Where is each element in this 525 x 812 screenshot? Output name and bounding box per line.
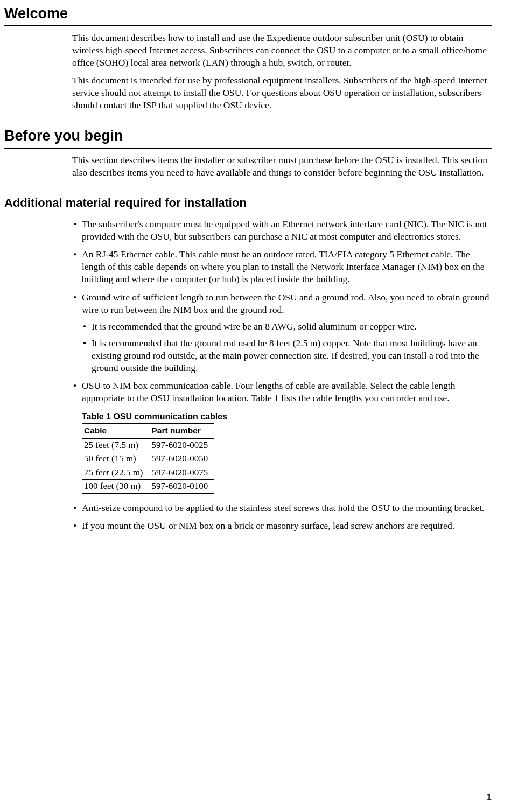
table-header-cable: Cable (82, 424, 150, 438)
table-cell: 100 feet (30 m) (82, 480, 150, 494)
list-item: OSU to NIM box communication cable. Four… (72, 380, 492, 404)
welcome-paragraph-2: This document is intended for use by pro… (72, 74, 492, 111)
table-title: Table 1 OSU communication cables (82, 411, 492, 422)
welcome-paragraph-1: This document describes how to install a… (72, 32, 492, 69)
list-item: It is recommended that the ground wire b… (82, 320, 492, 333)
materials-list-cont: Anti-seize compound to be applied to the… (72, 502, 492, 532)
table-header-part: Part number (150, 424, 215, 438)
list-item: Ground wire of sufficient length to run … (72, 291, 492, 375)
table-row: 25 feet (7.5 m) 597-6020-0025 (82, 438, 214, 452)
list-item-text: Ground wire of sufficient length to run … (82, 292, 489, 315)
table-row: 75 feet (22.5 m) 597-6020-0075 (82, 466, 214, 479)
before-paragraph-1: This section describes items the install… (72, 154, 492, 179)
table-cell: 25 feet (7.5 m) (82, 438, 150, 452)
list-item: It is recommended that the ground rod us… (82, 337, 492, 374)
table-cell: 50 feet (15 m) (82, 452, 150, 466)
table-cell: 597-6020-0075 (150, 466, 215, 479)
sub-list: It is recommended that the ground wire b… (82, 320, 492, 374)
heading-before-you-begin: Before you begin (4, 127, 492, 149)
list-item: If you mount the OSU or NIM box on a bri… (72, 520, 492, 532)
table-row: 100 feet (30 m) 597-6020-0100 (82, 480, 214, 494)
table-cell: 597-6020-0025 (150, 438, 215, 452)
table-cell: 75 feet (22.5 m) (82, 466, 150, 479)
cables-table: Cable Part number 25 feet (7.5 m) 597-60… (82, 423, 214, 494)
table-cell: 597-6020-0050 (150, 452, 215, 466)
table-1: Table 1 OSU communication cables Cable P… (82, 411, 492, 494)
heading-welcome: Welcome (4, 4, 492, 26)
list-item: The subscriber's computer must be equipp… (72, 218, 492, 243)
table-row: 50 feet (15 m) 597-6020-0050 (82, 452, 214, 466)
table-cell: 597-6020-0100 (150, 480, 215, 494)
materials-list: The subscriber's computer must be equipp… (72, 218, 492, 404)
list-item: An RJ-45 Ethernet cable. This cable must… (72, 248, 492, 285)
list-item: Anti-seize compound to be applied to the… (72, 502, 492, 514)
heading-additional-material: Additional material required for install… (4, 195, 492, 211)
